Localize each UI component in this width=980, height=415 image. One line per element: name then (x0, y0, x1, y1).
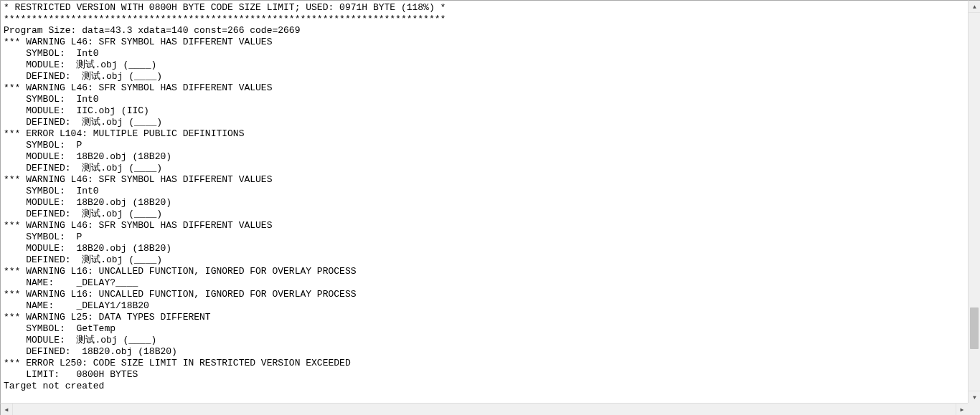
output-line: Target not created (4, 381, 965, 392)
output-line: *** WARNING L16: UNCALLED FUNCTION, IGNO… (4, 266, 965, 277)
output-line: Program Size: data=43.3 xdata=140 const=… (4, 25, 965, 37)
output-line: *** WARNING L46: SFR SYMBOL HAS DIFFEREN… (4, 174, 965, 186)
output-line: NAME: _DELAY?____ (4, 277, 965, 289)
output-line: MODULE: IIC.obj (IIC) (4, 105, 965, 117)
output-line: NAME: _DELAY1/18B20 (4, 300, 965, 312)
output-line: ****************************************… (4, 14, 965, 25)
output-line: *** WARNING L46: SFR SYMBOL HAS DIFFEREN… (4, 37, 965, 48)
build-output-pane[interactable]: * RESTRICTED VERSION WITH 0800H BYTE COD… (0, 0, 968, 403)
output-line: *** ERROR L104: MULTIPLE PUBLIC DEFINITI… (4, 128, 965, 140)
output-line: * RESTRICTED VERSION WITH 0800H BYTE COD… (4, 2, 965, 14)
output-line: *** WARNING L46: SFR SYMBOL HAS DIFFEREN… (4, 220, 965, 232)
output-line: SYMBOL: GetTemp (4, 323, 965, 335)
vertical-scrollbar[interactable]: ▲ ▼ (968, 0, 980, 403)
scroll-down-arrow[interactable]: ▼ (969, 391, 980, 403)
output-line: MODULE: 18B20.obj (18B20) (4, 243, 965, 254)
output-line: SYMBOL: Int0 (4, 94, 965, 105)
horizontal-scrollbar[interactable]: ◀ ▶ (0, 403, 968, 415)
output-line: DEFINED: 测试.obj (____) (4, 117, 965, 128)
output-line: *** WARNING L16: UNCALLED FUNCTION, IGNO… (4, 289, 965, 300)
output-line: DEFINED: 测试.obj (____) (4, 163, 965, 174)
output-line: DEFINED: 测试.obj (____) (4, 71, 965, 82)
output-line: *** WARNING L46: SFR SYMBOL HAS DIFFEREN… (4, 82, 965, 94)
scroll-left-arrow[interactable]: ◀ (1, 404, 13, 415)
output-line: DEFINED: 测试.obj (____) (4, 209, 965, 220)
output-line: MODULE: 18B20.obj (18B20) (4, 151, 965, 163)
output-line: DEFINED: 18B20.obj (18B20) (4, 346, 965, 358)
output-line: SYMBOL: Int0 (4, 186, 965, 197)
output-line: MODULE: 18B20.obj (18B20) (4, 197, 965, 209)
vertical-scroll-thumb[interactable] (970, 307, 979, 349)
output-line: *** ERROR L250: CODE SIZE LIMIT IN RESTR… (4, 358, 965, 369)
output-line: SYMBOL: P (4, 232, 965, 243)
output-line: LIMIT: 0800H BYTES (4, 369, 965, 381)
output-line: MODULE: 测试.obj (____) (4, 335, 965, 346)
output-line: MODULE: 测试.obj (____) (4, 59, 965, 71)
output-line: SYMBOL: P (4, 140, 965, 151)
vertical-scroll-track[interactable] (969, 13, 980, 391)
scrollbar-corner (968, 403, 980, 415)
scroll-up-arrow[interactable]: ▲ (969, 1, 980, 13)
output-line: *** WARNING L25: DATA TYPES DIFFERENT (4, 312, 965, 323)
output-line: DEFINED: 测试.obj (____) (4, 254, 965, 266)
scroll-right-arrow[interactable]: ▶ (956, 404, 968, 415)
output-line: SYMBOL: Int0 (4, 48, 965, 59)
